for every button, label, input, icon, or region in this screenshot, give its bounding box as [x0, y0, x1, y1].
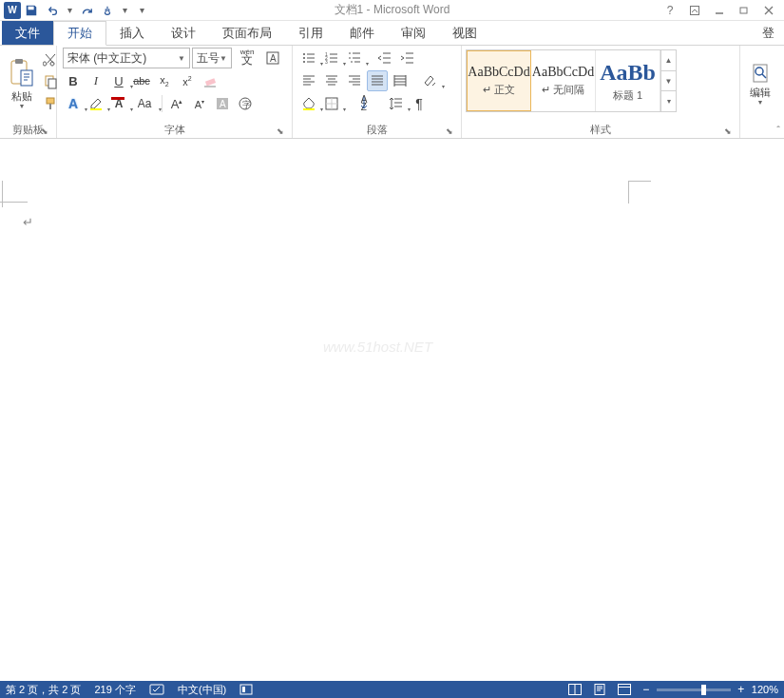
zoom-slider[interactable] — [657, 688, 731, 691]
status-language[interactable]: 中文(中国) — [178, 683, 226, 697]
font-size-dropdown[interactable]: ▼ — [220, 54, 227, 63]
clear-formatting-button[interactable] — [200, 70, 220, 91]
font-name-input[interactable]: 宋体 (中文正文)▼ — [63, 48, 190, 68]
styles-expand[interactable]: ▾ — [661, 91, 676, 111]
sort-button[interactable]: AZ — [352, 93, 376, 114]
increase-indent-button[interactable] — [397, 48, 418, 68]
status-proofing[interactable] — [149, 684, 164, 695]
sign-in-button[interactable]: 登 — [753, 21, 784, 45]
align-right-button[interactable] — [344, 70, 365, 91]
status-word-count[interactable]: 219 个字 — [94, 683, 135, 697]
zoom-percent[interactable]: 120% — [752, 684, 778, 695]
ribbon: 粘贴 ▼ 剪贴板⬊ 宋体 (中文正文)▼ 五号▼ wén文 A B I U▾ — [0, 46, 784, 139]
qat-customize-dropdown[interactable]: ▾ — [135, 5, 148, 15]
tab-file[interactable]: 文件 — [2, 21, 53, 45]
align-center-button[interactable] — [321, 70, 342, 91]
tab-references[interactable]: 引用 — [285, 21, 336, 45]
numbering-button[interactable]: 123▾ — [321, 48, 342, 68]
close-button[interactable] — [757, 2, 780, 19]
shading-button[interactable]: ▾ — [298, 93, 319, 114]
tab-view[interactable]: 视图 — [439, 21, 490, 45]
svg-text:A: A — [220, 99, 226, 109]
format-painter-button[interactable] — [40, 93, 61, 114]
document-area[interactable]: ↵ www.51host.NET — [0, 139, 784, 681]
tab-home[interactable]: 开始 — [53, 21, 106, 46]
font-size-input[interactable]: 五号▼ — [192, 48, 232, 68]
svg-text:A: A — [270, 53, 277, 64]
style-normal[interactable]: AaBbCcDd ↵ 正文 — [467, 50, 531, 111]
tab-insert[interactable]: 插入 — [106, 21, 158, 45]
minimize-button[interactable] — [708, 2, 731, 19]
styles-gallery: AaBbCcDd ↵ 正文 AaBbCcDd ↵ 无间隔 AaBb 标题 1 ▲… — [466, 49, 677, 112]
decrease-indent-button[interactable] — [374, 48, 395, 68]
italic-button[interactable]: I — [86, 70, 106, 91]
zoom-out-button[interactable]: − — [640, 683, 653, 696]
bold-button[interactable]: B — [63, 70, 84, 91]
restore-button[interactable] — [733, 2, 755, 19]
group-font: 宋体 (中文正文)▼ 五号▼ wén文 A B I U▾ abc x2 x2 A… — [57, 46, 293, 138]
ribbon-options-button[interactable] — [683, 2, 706, 19]
tab-review[interactable]: 审阅 — [388, 21, 439, 45]
clipboard-launcher[interactable]: ⬊ — [39, 126, 50, 137]
window-title: 文档1 - Microsoft Word — [335, 2, 450, 18]
styles-launcher[interactable]: ⬊ — [722, 126, 734, 137]
help-button[interactable]: ? — [659, 2, 681, 19]
grow-font-button[interactable]: A▴ — [166, 93, 187, 114]
save-button[interactable] — [21, 1, 42, 20]
align-justify-button[interactable] — [367, 70, 388, 91]
style-heading1[interactable]: AaBb 标题 1 — [596, 50, 660, 111]
char-shading-button[interactable]: A — [212, 93, 233, 114]
line-spacing-button[interactable]: ▾ — [386, 93, 407, 114]
status-page[interactable]: 第 2 页，共 2 页 — [6, 683, 81, 697]
font-color-button[interactable]: A▾ — [108, 93, 129, 114]
print-layout-button[interactable] — [590, 682, 609, 697]
svg-point-20 — [303, 57, 305, 59]
copy-button[interactable] — [40, 71, 61, 92]
highlight-button[interactable]: ▾ — [86, 93, 106, 114]
phonetic-guide-button[interactable]: wén文 — [234, 48, 260, 68]
font-name-dropdown[interactable]: ▼ — [178, 54, 185, 63]
styles-scroll-down[interactable]: ▼ — [661, 71, 676, 92]
zoom-in-button[interactable]: + — [735, 683, 748, 696]
redo-button[interactable] — [76, 1, 97, 20]
tab-layout[interactable]: 页面布局 — [209, 21, 285, 45]
read-mode-button[interactable] — [565, 682, 584, 697]
borders-button[interactable]: ▾ — [321, 93, 342, 114]
superscript-button[interactable]: x2 — [177, 70, 198, 91]
cut-button[interactable] — [40, 49, 61, 70]
undo-dropdown[interactable]: ▾ — [63, 5, 76, 15]
text-effects-button[interactable]: A▾ — [63, 93, 84, 114]
align-distribute-button[interactable] — [390, 70, 411, 91]
svg-text:字: 字 — [242, 100, 251, 109]
char-border-button[interactable]: A — [262, 48, 283, 68]
zoom-slider-thumb[interactable] — [701, 685, 706, 695]
style-no-spacing[interactable]: AaBbCcDd ↵ 无间隔 — [531, 50, 596, 111]
web-layout-button[interactable] — [615, 682, 634, 697]
paragraph-label: 段落 — [367, 123, 388, 137]
strikethrough-button[interactable]: abc — [131, 70, 152, 91]
status-insert-mode[interactable] — [239, 684, 253, 695]
shrink-font-button[interactable]: A▾ — [189, 93, 210, 114]
paste-button[interactable]: 粘贴 ▼ — [4, 48, 40, 121]
touch-mode-dropdown[interactable]: ▾ — [118, 5, 131, 15]
underline-button[interactable]: U▾ — [108, 70, 129, 91]
change-case-button[interactable]: Aa▾ — [131, 93, 158, 114]
align-left-button[interactable] — [298, 70, 319, 91]
window-buttons: ? — [659, 2, 780, 19]
bullets-button[interactable]: ▾ — [298, 48, 319, 68]
font-launcher[interactable]: ⬊ — [275, 126, 286, 137]
multilevel-list-button[interactable]: ▾ — [344, 48, 365, 68]
find-button[interactable]: 编辑 ▼ — [744, 48, 776, 121]
svg-rect-25 — [303, 108, 315, 110]
asian-layout-button[interactable]: ▾ — [420, 70, 441, 91]
show-marks-button[interactable]: ¶ — [409, 93, 430, 114]
touch-mode-button[interactable] — [97, 1, 118, 20]
collapse-ribbon-button[interactable]: ˆ — [776, 125, 780, 136]
tab-design[interactable]: 设计 — [158, 21, 209, 45]
undo-button[interactable] — [42, 1, 63, 20]
tab-mailings[interactable]: 邮件 — [336, 21, 388, 45]
subscript-button[interactable]: x2 — [154, 70, 175, 91]
enclose-char-button[interactable]: 字 — [235, 93, 256, 114]
paragraph-launcher[interactable]: ⬊ — [444, 126, 455, 137]
styles-scroll-up[interactable]: ▲ — [661, 50, 676, 71]
